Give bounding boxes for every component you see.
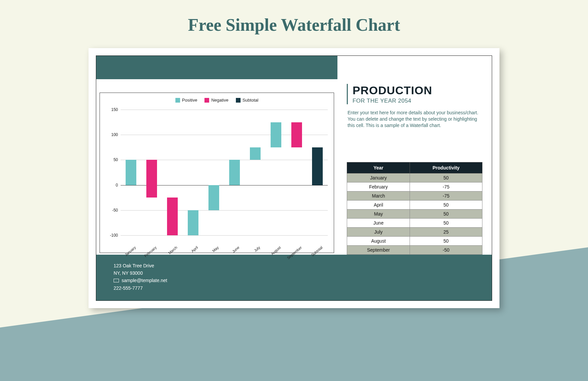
table-row: February-75	[347, 182, 482, 191]
table-cell-value: -75	[410, 191, 482, 200]
table-cell-month: January	[347, 173, 410, 182]
footer-phone: 222-555-7777	[114, 284, 474, 292]
x-axis-label: August	[270, 245, 282, 256]
waterfall-bar	[188, 210, 198, 235]
table-cell-value: 50	[410, 200, 482, 209]
swatch-positive-icon	[175, 98, 180, 103]
table-cell-value: 50	[410, 218, 482, 227]
y-axis-tick: 150	[105, 107, 118, 112]
description-text: Enter your text here for more details ab…	[347, 110, 482, 129]
page-title: Free Simple Waterfall Chart	[0, 0, 588, 41]
waterfall-bar	[146, 160, 157, 198]
waterfall-bar	[271, 122, 281, 147]
grid-line	[121, 210, 328, 211]
waterfall-bar	[291, 122, 302, 147]
table-cell-value: 50	[410, 209, 482, 218]
legend-positive: Positive	[175, 98, 197, 103]
document-frame: Positive Negative Subtotal -100-50050100…	[96, 55, 492, 301]
chart-legend: Positive Negative Subtotal	[100, 93, 334, 105]
table-cell-month: February	[347, 182, 410, 191]
legend-positive-label: Positive	[182, 98, 197, 103]
table-cell-month: May	[347, 209, 410, 218]
header-color-bar	[96, 56, 337, 79]
table-row: April50	[347, 200, 482, 209]
table-row: March-75	[347, 191, 482, 200]
table-row: July25	[347, 227, 482, 236]
legend-subtotal: Subtotal	[236, 98, 259, 103]
table-cell-month: April	[347, 200, 410, 209]
y-axis-tick: -100	[105, 233, 118, 238]
title-block: PRODUCTION FOR THE YEAR 2054	[347, 84, 482, 104]
legend-negative: Negative	[204, 98, 228, 103]
table-cell-value: -50	[410, 245, 482, 254]
legend-negative-label: Negative	[211, 98, 228, 103]
production-subtitle: FOR THE YEAR 2054	[352, 98, 482, 104]
table-row: June50	[347, 218, 482, 227]
template-card: Positive Negative Subtotal -100-50050100…	[89, 48, 499, 308]
table-row: May50	[347, 209, 482, 218]
chart-plot-area: -100-50050100150JanuaryFebruaryMarchApri…	[121, 110, 328, 235]
footer-email: sample@template.net	[122, 277, 167, 284]
table-row: September-50	[347, 245, 482, 254]
footer-address-1: 123 Oak Tree Drive	[114, 262, 474, 269]
productivity-table: Year Productivity January50February-75Ma…	[347, 162, 482, 255]
swatch-negative-icon	[204, 98, 209, 103]
waterfall-bar	[229, 160, 240, 185]
waterfall-bar	[312, 147, 323, 185]
x-axis-label: March	[168, 245, 178, 255]
table-cell-month: March	[347, 191, 410, 200]
y-axis-tick: 0	[105, 183, 118, 187]
y-axis-tick: -50	[105, 208, 118, 213]
grid-line	[121, 110, 328, 110]
table-header-year: Year	[347, 162, 410, 173]
table-row: January50	[347, 173, 482, 182]
x-axis-label: June	[232, 245, 240, 254]
x-axis-label: May	[211, 245, 219, 253]
waterfall-bar	[250, 147, 261, 160]
legend-subtotal-label: Subtotal	[243, 98, 259, 103]
table-cell-value: 50	[410, 236, 482, 245]
swatch-subtotal-icon	[236, 98, 241, 103]
y-axis-tick: 100	[105, 132, 118, 137]
x-axis-label: April	[191, 245, 199, 253]
table-cell-month: September	[347, 245, 410, 254]
footer: 123 Oak Tree Drive NY, NY 93000 sample@t…	[96, 255, 492, 301]
production-title: PRODUCTION	[352, 84, 482, 97]
table-cell-value: 25	[410, 227, 482, 236]
table-cell-month: August	[347, 236, 410, 245]
waterfall-bar	[208, 185, 219, 210]
waterfall-bar	[126, 160, 136, 185]
grid-line	[121, 235, 328, 236]
waterfall-chart: Positive Negative Subtotal -100-50050100…	[100, 93, 334, 253]
mail-icon	[114, 279, 119, 282]
table-cell-month: July	[347, 227, 410, 236]
y-axis-tick: 50	[105, 157, 118, 162]
table-cell-value: 50	[410, 173, 482, 182]
x-axis-label: July	[253, 245, 261, 253]
footer-address-2: NY, NY 93000	[114, 269, 474, 277]
table-cell-value: -75	[410, 182, 482, 191]
table-cell-month: June	[347, 218, 410, 227]
table-header-productivity: Productivity	[410, 162, 482, 173]
table-row: August50	[347, 236, 482, 245]
waterfall-bar	[167, 198, 178, 235]
